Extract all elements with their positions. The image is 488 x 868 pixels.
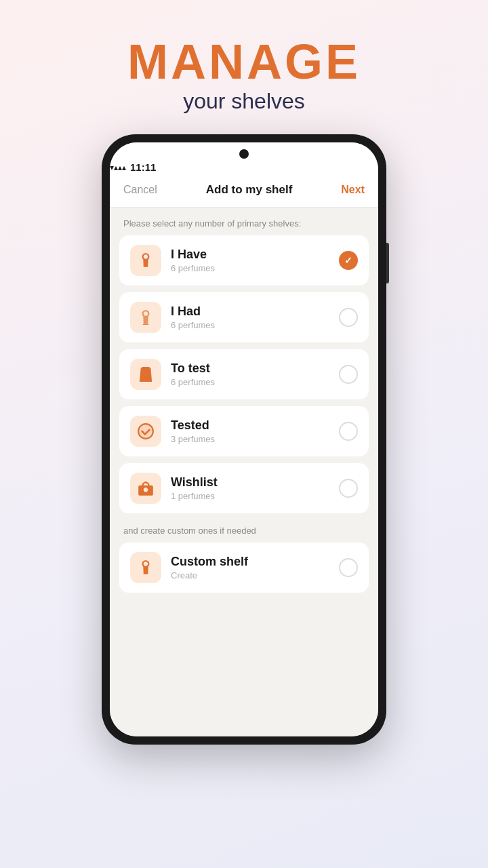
shelf-name-to-test: To test — [171, 361, 339, 376]
shelf-item-i-have[interactable]: I Have 6 perfumes — [119, 235, 369, 285]
nav-title: Add to my shelf — [206, 183, 293, 197]
shelf-checkbox-i-had[interactable] — [339, 308, 358, 327]
custom-shelf-item[interactable]: Custom shelf Create — [119, 542, 369, 593]
custom-shelf-icon — [137, 559, 155, 576]
status-bar: ▾▴▴▴ 11:11 — [110, 142, 378, 172]
nav-bar: Cancel Add to my shelf Next — [110, 172, 378, 208]
status-time: 11:11 — [130, 161, 156, 173]
shelf-icon-wrap-i-have — [130, 245, 161, 276]
custom-shelf-subtitle: Create — [171, 570, 339, 580]
shelf-item-wishlist[interactable]: Wishlist 1 perfumes — [119, 463, 369, 513]
phone-screen: ▾▴▴▴ 11:11 Cancel Add to my shelf Next P… — [110, 142, 378, 736]
status-right: ▾▴▴▴ 11:11 — [110, 161, 378, 173]
shelf-count-to-test: 6 perfumes — [171, 377, 339, 387]
shelf-name-tested: Tested — [171, 418, 339, 433]
shelf-text-wishlist: Wishlist 1 perfumes — [171, 475, 339, 501]
wifi-icon: ▾▴▴▴ — [110, 163, 126, 172]
subtitle: your shelves — [127, 89, 361, 114]
shelf-checkbox-tested[interactable] — [339, 422, 358, 441]
shelf-item-to-test[interactable]: To test 6 perfumes — [119, 349, 369, 399]
shelf-name-i-have: I Have — [171, 248, 339, 262]
shelf-count-i-have: 6 perfumes — [171, 263, 339, 273]
manage-title: MANAGE — [127, 37, 361, 86]
custom-shelf-text: Custom shelf Create — [171, 555, 339, 580]
shelf-count-tested: 3 perfumes — [171, 434, 339, 444]
shelf-item-i-had[interactable]: I Had 6 perfumes — [119, 292, 369, 342]
shelf-text-i-have: I Have 6 perfumes — [171, 248, 339, 273]
shelf-icon-wrap-i-had — [130, 302, 161, 333]
shelf-icon-wrap-to-test — [130, 359, 161, 390]
shelf-name-wishlist: Wishlist — [171, 475, 339, 490]
shelf-checkbox-wishlist[interactable] — [339, 479, 358, 498]
page-header: MANAGE your shelves — [127, 37, 361, 114]
next-button[interactable]: Next — [341, 184, 365, 196]
camera-dot — [239, 149, 249, 159]
shelf-text-i-had: I Had 6 perfumes — [171, 304, 339, 330]
shelf-item-tested[interactable]: Tested 3 perfumes — [119, 406, 369, 456]
custom-shelf-icon-wrap — [130, 552, 161, 583]
shelf-checkbox-i-have[interactable] — [339, 251, 358, 270]
shelf-text-tested: Tested 3 perfumes — [171, 418, 339, 444]
phone-frame: ▾▴▴▴ 11:11 Cancel Add to my shelf Next P… — [102, 134, 386, 745]
shelf-text-to-test: To test 6 perfumes — [171, 361, 339, 387]
cancel-button[interactable]: Cancel — [123, 184, 157, 196]
shelf-icon-wrap-wishlist — [130, 473, 161, 504]
shelf-checkbox-to-test[interactable] — [339, 365, 358, 384]
custom-shelf-checkbox[interactable] — [339, 558, 358, 577]
custom-shelf-name: Custom shelf — [171, 555, 339, 569]
shelf-count-i-had: 6 perfumes — [171, 320, 339, 330]
shelf-icon-wrap-tested — [130, 416, 161, 447]
primary-section-label: Please select any number of primary shel… — [110, 208, 378, 235]
shelf-list-content: Please select any number of primary shel… — [110, 208, 378, 736]
shelf-name-i-had: I Had — [171, 304, 339, 319]
secondary-section-label: and create custom ones if needed — [110, 520, 378, 542]
shelf-count-wishlist: 1 perfumes — [171, 491, 339, 501]
shelf-items-container: I Have 6 perfumes I Had 6 perfumes To te… — [110, 235, 378, 513]
